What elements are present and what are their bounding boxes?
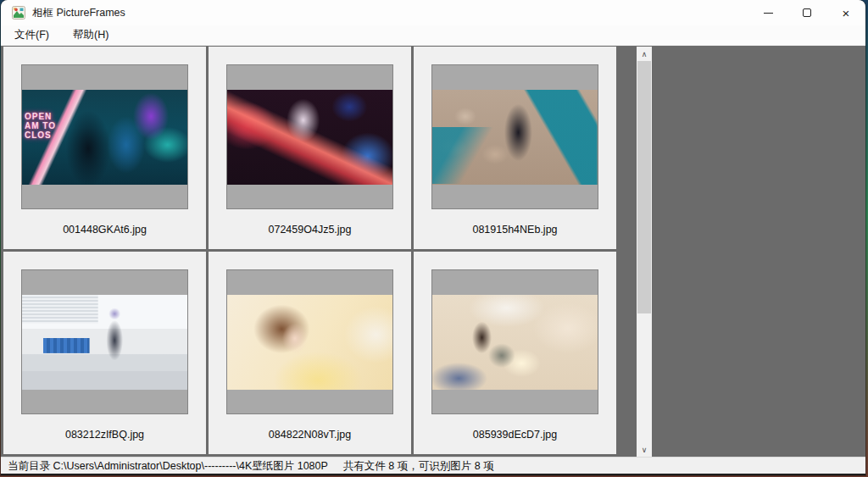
menu-file[interactable]: 文件(F) [8,25,56,45]
thumbnail-image-fairy [432,90,598,185]
gallery-item[interactable]: OPEN AM TO CLOS 001448GKAt6.jpg [3,47,206,249]
scroll-up-button[interactable]: ∧ [637,47,652,61]
filename-label: 081915h4NEb.jpg [414,224,616,236]
menu-help[interactable]: 帮助(H) [66,25,115,45]
thumbnail-image-couch [432,295,598,390]
filename-label: 001448GKAt6.jpg [3,224,206,236]
filename-label: 072459O4Jz5.jpg [209,224,411,236]
neon-sign-text: OPEN AM TO CLOS [25,112,64,140]
thumbnail-grid: OPEN AM TO CLOS 001448GKAt6.jpg 072459O4… [3,47,617,454]
close-button[interactable]: × [826,0,865,25]
app-icon [12,6,25,19]
maximize-button[interactable] [787,0,826,25]
thumbnail-image-mecha [227,90,392,185]
thumbnail-frame[interactable] [226,269,393,414]
thumbnail-frame[interactable] [431,64,598,209]
thumbnail-image-portrait [227,295,392,390]
scroll-down-button[interactable]: ∨ [637,442,652,457]
gallery-item[interactable]: 085939dEcD7.jpg [414,252,616,454]
app-window: 相框 PictureFrames × 文件(F) 帮助(H) OPEN AM T… [1,0,865,475]
client-area: OPEN AM TO CLOS 001448GKAt6.jpg 072459O4… [1,46,865,457]
chevron-up-icon: ∧ [642,50,648,58]
thumbnail-frame[interactable] [21,269,188,414]
statusbar: 当前目录 C:\Users\Administrator\Desktop\----… [1,457,865,474]
gallery-item[interactable]: 081915h4NEb.jpg [414,47,616,249]
thumbnail-frame[interactable] [226,64,393,209]
vertical-scrollbar[interactable]: ∧ ∨ [637,47,652,457]
gallery-item[interactable]: 083212zIfBQ.jpg [3,252,206,454]
current-directory-label: 当前目录 C:\Users\Administrator\Desktop\----… [8,459,328,474]
chevron-down-icon: ∨ [642,446,648,454]
window-title: 相框 PictureFrames [32,6,125,20]
filename-label: 084822N08vT.jpg [209,429,411,441]
gallery-item[interactable]: 084822N08vT.jpg [209,252,411,454]
minimize-button[interactable] [748,0,787,25]
minimize-icon [764,13,773,14]
maximize-icon [803,8,811,17]
menubar: 文件(F) 帮助(H) [1,25,865,46]
close-icon: × [843,7,850,19]
filename-label: 083212zIfBQ.jpg [3,429,206,441]
thumbnail-image-arcade: OPEN AM TO CLOS [22,90,187,185]
filename-label: 085939dEcD7.jpg [414,429,616,441]
scrollbar-thumb[interactable] [637,61,651,313]
gallery-item[interactable]: 072459O4Jz5.jpg [209,47,411,249]
thumbnail-frame[interactable] [431,269,598,414]
titlebar: 相框 PictureFrames × [1,0,865,25]
thumbnail-image-office [22,295,187,390]
file-count-label: 共有文件 8 项，可识别图片 8 项 [343,459,494,474]
thumbnail-frame[interactable]: OPEN AM TO CLOS [21,64,188,209]
